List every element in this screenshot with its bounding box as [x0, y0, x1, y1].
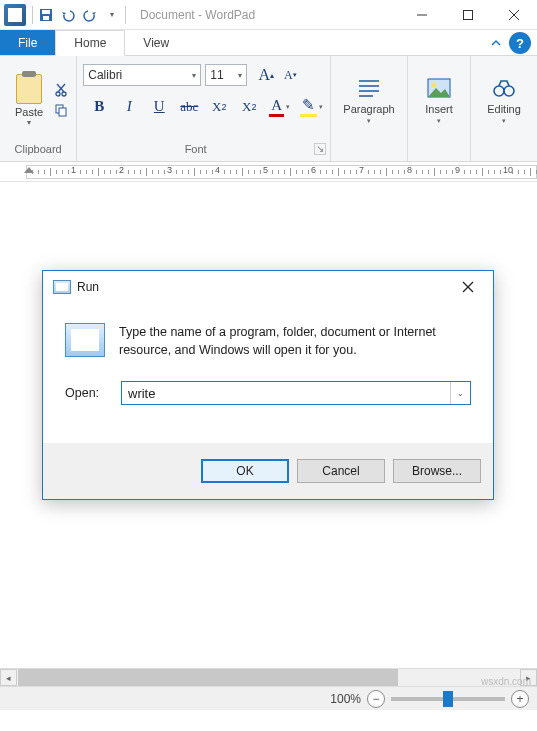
paste-button[interactable]: Paste ▾: [6, 72, 52, 127]
bold-button[interactable]: B: [89, 97, 109, 117]
undo-icon[interactable]: [57, 4, 79, 26]
collapse-ribbon-icon[interactable]: [483, 30, 509, 55]
cut-icon[interactable]: [54, 83, 68, 97]
open-label: Open:: [65, 386, 109, 400]
zoom-in-button[interactable]: +: [511, 690, 529, 708]
underline-button[interactable]: U: [149, 97, 169, 117]
paragraph-icon: [356, 75, 382, 101]
status-bar: 100% − +: [0, 686, 537, 710]
highlight-button[interactable]: ✎▾: [300, 96, 323, 117]
font-size-value: 11: [210, 68, 223, 82]
svg-point-8: [62, 92, 66, 96]
cancel-button[interactable]: Cancel: [297, 459, 385, 483]
ruler-number: 3: [167, 165, 172, 175]
dialog-footer: OK Cancel Browse...: [43, 443, 493, 499]
ruler[interactable]: 1234567891011: [0, 162, 537, 182]
minimize-button[interactable]: [399, 0, 445, 30]
save-icon[interactable]: [35, 4, 57, 26]
dialog-title-bar[interactable]: Run: [43, 271, 493, 303]
ruler-number: 5: [263, 165, 268, 175]
tab-file[interactable]: File: [0, 30, 55, 55]
svg-rect-1: [42, 10, 50, 14]
zoom-out-button[interactable]: −: [367, 690, 385, 708]
paste-label: Paste: [15, 106, 43, 118]
editing-button[interactable]: Editing ▾: [477, 75, 531, 125]
group-label: Clipboard: [0, 143, 76, 161]
ruler-number: 8: [407, 165, 412, 175]
paragraph-label: Paragraph: [343, 103, 394, 115]
svg-line-9: [58, 84, 65, 92]
subscript-button[interactable]: X2: [209, 97, 229, 117]
redo-icon[interactable]: [79, 4, 101, 26]
zoom-slider-thumb[interactable]: [443, 691, 453, 707]
group-editing: Editing ▾: [471, 56, 537, 161]
strikethrough-button[interactable]: abc: [179, 97, 199, 117]
separator: [125, 6, 126, 24]
ruler-number: 7: [359, 165, 364, 175]
ruler-number: 1: [71, 165, 76, 175]
italic-button[interactable]: I: [119, 97, 139, 117]
chevron-down-icon: ▾: [188, 71, 196, 80]
chevron-down-icon[interactable]: ⌄: [450, 382, 464, 404]
scroll-thumb[interactable]: [18, 669, 398, 686]
binoculars-icon: [491, 75, 517, 101]
font-size-combo[interactable]: 11 ▾: [205, 64, 247, 86]
dialog-launcher-icon[interactable]: ↘: [314, 143, 326, 155]
clipboard-side: [54, 83, 68, 117]
group-font: Calibri ▾ 11 ▾ A▴ A▾ B I U abc X2 X2: [77, 56, 331, 161]
run-icon: [53, 280, 71, 294]
group-label: [471, 143, 537, 161]
chevron-down-icon: ▾: [27, 118, 31, 127]
editing-label: Editing: [487, 103, 521, 115]
svg-point-19: [494, 86, 504, 96]
ok-button[interactable]: OK: [201, 459, 289, 483]
group-paragraph: Paragraph ▾: [331, 56, 408, 161]
close-button[interactable]: [491, 0, 537, 30]
tab-view[interactable]: View: [125, 30, 187, 55]
insert-button[interactable]: Insert ▾: [414, 75, 464, 125]
copy-icon[interactable]: [54, 103, 68, 117]
qat-customize-icon[interactable]: ▾: [101, 4, 123, 26]
group-label: [408, 143, 470, 161]
font-color-button[interactable]: A▾: [269, 97, 290, 117]
ruler-number: 4: [215, 165, 220, 175]
ribbon-tabs: File Home View ?: [0, 30, 537, 56]
ruler-number: 6: [311, 165, 316, 175]
tab-home[interactable]: Home: [55, 30, 125, 56]
help-button[interactable]: ?: [509, 32, 531, 54]
ruler-number: 2: [119, 165, 124, 175]
ruler-number: 9: [455, 165, 460, 175]
dialog-close-button[interactable]: [453, 272, 483, 302]
dialog-description: Type the name of a program, folder, docu…: [119, 323, 471, 359]
svg-point-18: [432, 82, 437, 87]
app-icon: [4, 4, 26, 26]
paste-icon: [16, 74, 42, 104]
grow-font-icon[interactable]: A▴: [255, 64, 277, 86]
open-combo[interactable]: write ⌄: [121, 381, 471, 405]
separator: [32, 6, 33, 24]
group-label: Font↘: [77, 143, 330, 161]
chevron-down-icon: ▾: [437, 117, 441, 125]
run-large-icon: [65, 323, 105, 357]
superscript-button[interactable]: X2: [239, 97, 259, 117]
group-insert: Insert ▾: [408, 56, 471, 161]
paragraph-button[interactable]: Paragraph ▾: [337, 75, 401, 125]
browse-button[interactable]: Browse...: [393, 459, 481, 483]
maximize-button[interactable]: [445, 0, 491, 30]
svg-rect-4: [464, 10, 473, 19]
shrink-font-icon[interactable]: A▾: [279, 64, 301, 86]
svg-line-10: [57, 84, 64, 92]
horizontal-scrollbar[interactable]: ◂ ▸: [0, 668, 537, 686]
svg-rect-2: [43, 16, 49, 20]
font-name-combo[interactable]: Calibri ▾: [83, 64, 201, 86]
svg-point-7: [56, 92, 60, 96]
zoom-slider[interactable]: [391, 697, 505, 701]
chevron-down-icon: ▾: [367, 117, 371, 125]
scroll-left-icon[interactable]: ◂: [0, 669, 17, 686]
group-label: [331, 143, 407, 161]
ribbon: Paste ▾ Clipboard Calibri ▾ 11 ▾: [0, 56, 537, 162]
font-name-value: Calibri: [88, 68, 122, 82]
dialog-title: Run: [77, 280, 99, 294]
window-title: Document - WordPad: [128, 8, 399, 22]
svg-rect-12: [59, 108, 66, 116]
